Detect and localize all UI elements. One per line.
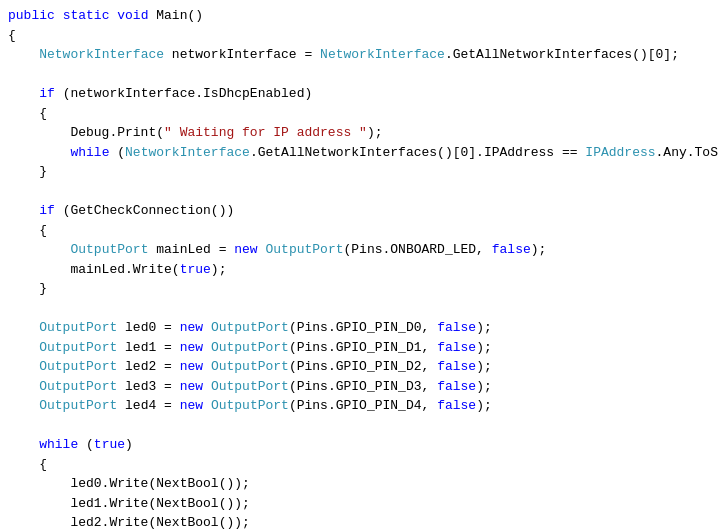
code-line: if (GetCheckConnection()) bbox=[0, 201, 718, 221]
code-line bbox=[0, 65, 718, 85]
type-token: OutputPort bbox=[211, 359, 289, 374]
kw-token: new bbox=[180, 340, 203, 355]
string-token: " Waiting for IP address " bbox=[164, 125, 367, 140]
type-token: OutputPort bbox=[211, 320, 289, 335]
kw-token: false bbox=[437, 398, 476, 413]
plain-token: .GetAllNetworkInterfaces()[0]; bbox=[445, 47, 679, 62]
plain-token bbox=[203, 320, 211, 335]
plain-token: ); bbox=[476, 340, 492, 355]
code-line bbox=[0, 416, 718, 436]
plain-token: (Pins.ONBOARD_LED, bbox=[344, 242, 492, 257]
plain-token bbox=[203, 359, 211, 374]
type-token: OutputPort bbox=[211, 398, 289, 413]
code-line: OutputPort led0 = new OutputPort(Pins.GP… bbox=[0, 318, 718, 338]
code-line: { bbox=[0, 26, 718, 46]
plain-token bbox=[8, 242, 70, 257]
plain-token bbox=[203, 398, 211, 413]
plain-token: led3 = bbox=[117, 379, 179, 394]
plain-token: { bbox=[8, 106, 47, 121]
plain-token: (Pins.GPIO_PIN_D0, bbox=[289, 320, 437, 335]
plain-token bbox=[8, 340, 39, 355]
type-token: NetworkInterface bbox=[125, 145, 250, 160]
type-token: OutputPort bbox=[39, 340, 117, 355]
kw-token: new bbox=[234, 242, 257, 257]
kw-token: false bbox=[437, 340, 476, 355]
plain-token: Main() bbox=[148, 8, 203, 23]
type-token: NetworkInterface bbox=[39, 47, 164, 62]
code-line: OutputPort led2 = new OutputPort(Pins.GP… bbox=[0, 357, 718, 377]
plain-token: mainLed.Write( bbox=[8, 262, 180, 277]
code-line: } bbox=[0, 162, 718, 182]
code-line: { bbox=[0, 221, 718, 241]
code-line: OutputPort mainLed = new OutputPort(Pins… bbox=[0, 240, 718, 260]
plain-token: ); bbox=[211, 262, 227, 277]
plain-token: led2.Write(NextBool()); bbox=[8, 515, 250, 530]
type-token: OutputPort bbox=[70, 242, 148, 257]
kw-token: void bbox=[117, 8, 148, 23]
code-line: led1.Write(NextBool()); bbox=[0, 494, 718, 514]
kw-token: new bbox=[180, 320, 203, 335]
kw-token: false bbox=[437, 320, 476, 335]
kw-token: false bbox=[492, 242, 531, 257]
plain-token: ); bbox=[531, 242, 547, 257]
plain-token: { bbox=[8, 457, 47, 472]
code-line: led0.Write(NextBool()); bbox=[0, 474, 718, 494]
plain-token: led0 = bbox=[117, 320, 179, 335]
plain-token bbox=[203, 340, 211, 355]
plain-token: (Pins.GPIO_PIN_D1, bbox=[289, 340, 437, 355]
code-line: mainLed.Write(true); bbox=[0, 260, 718, 280]
plain-token bbox=[8, 145, 70, 160]
code-editor: public static void Main(){ NetworkInterf… bbox=[0, 0, 718, 530]
plain-token: led1 = bbox=[117, 340, 179, 355]
type-token: OutputPort bbox=[211, 379, 289, 394]
plain-token: mainLed = bbox=[148, 242, 234, 257]
code-line: { bbox=[0, 455, 718, 475]
code-line: { bbox=[0, 104, 718, 124]
plain-token: .GetAllNetworkInterfaces()[0].IPAddress … bbox=[250, 145, 585, 160]
code-line: } bbox=[0, 279, 718, 299]
kw-token: while bbox=[70, 145, 109, 160]
type-token: OutputPort bbox=[39, 379, 117, 394]
type-token: OutputPort bbox=[39, 359, 117, 374]
kw-token: static bbox=[63, 8, 110, 23]
plain-token: led2 = bbox=[117, 359, 179, 374]
plain-token: .Any.ToString()); bbox=[656, 145, 718, 160]
plain-token: (Pins.GPIO_PIN_D4, bbox=[289, 398, 437, 413]
type-token: NetworkInterface bbox=[320, 47, 445, 62]
plain-token: ); bbox=[367, 125, 383, 140]
type-token: OutputPort bbox=[265, 242, 343, 257]
kw-token: false bbox=[437, 379, 476, 394]
plain-token bbox=[8, 379, 39, 394]
type-token: OutputPort bbox=[39, 320, 117, 335]
plain-token: (Pins.GPIO_PIN_D3, bbox=[289, 379, 437, 394]
plain-token: led0.Write(NextBool()); bbox=[8, 476, 250, 491]
plain-token: ); bbox=[476, 320, 492, 335]
plain-token: { bbox=[8, 223, 47, 238]
type-token: OutputPort bbox=[211, 340, 289, 355]
plain-token: { bbox=[8, 28, 16, 43]
kw-token: new bbox=[180, 359, 203, 374]
plain-token: ( bbox=[109, 145, 125, 160]
plain-token: (networkInterface.IsDhcpEnabled) bbox=[55, 86, 312, 101]
plain-token bbox=[203, 379, 211, 394]
kw-token: new bbox=[180, 379, 203, 394]
code-line: OutputPort led4 = new OutputPort(Pins.GP… bbox=[0, 396, 718, 416]
kw-token: true bbox=[180, 262, 211, 277]
kw-token: false bbox=[437, 359, 476, 374]
kw-token: if bbox=[39, 203, 55, 218]
code-line: while (NetworkInterface.GetAllNetworkInt… bbox=[0, 143, 718, 163]
plain-token: networkInterface = bbox=[164, 47, 320, 62]
plain-token: led1.Write(NextBool()); bbox=[8, 496, 250, 511]
code-line: OutputPort led3 = new OutputPort(Pins.GP… bbox=[0, 377, 718, 397]
plain-token: } bbox=[8, 281, 47, 296]
plain-token bbox=[55, 8, 63, 23]
code-line: if (networkInterface.IsDhcpEnabled) bbox=[0, 84, 718, 104]
plain-token: (GetCheckConnection()) bbox=[55, 203, 234, 218]
code-line bbox=[0, 299, 718, 319]
kw-token: while bbox=[39, 437, 78, 452]
code-line: led2.Write(NextBool()); bbox=[0, 513, 718, 530]
code-line: Debug.Print(" Waiting for IP address "); bbox=[0, 123, 718, 143]
type-token: OutputPort bbox=[39, 398, 117, 413]
code-line: while (true) bbox=[0, 435, 718, 455]
plain-token: Debug.Print( bbox=[8, 125, 164, 140]
